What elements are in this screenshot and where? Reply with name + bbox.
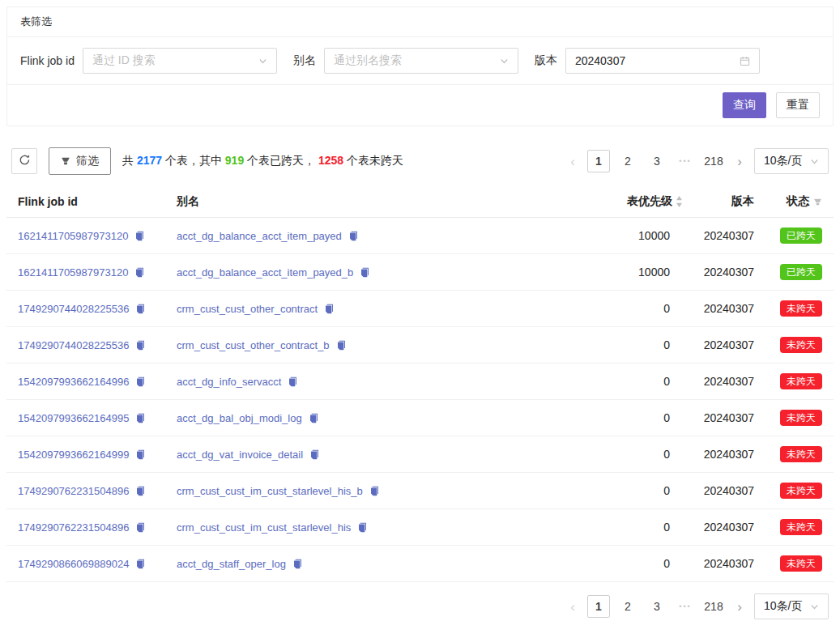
version-value: 20240307 xyxy=(689,448,759,461)
flink-job-id-link[interactable]: 1749290744028225536 xyxy=(18,303,129,315)
copy-icon[interactable] xyxy=(369,486,380,496)
copy-icon[interactable] xyxy=(134,267,145,278)
alias-cell: acct_dg_balance_acct_item_payed_b xyxy=(165,266,568,279)
table-row: 1749290744028225536 crm_cust_cust_other_… xyxy=(6,327,834,364)
version-value: 20240307 xyxy=(689,302,759,315)
alias-link[interactable]: acct_dg_vat_invoice_detail xyxy=(177,449,303,461)
sort-icon[interactable] xyxy=(676,196,683,207)
flink-job-id-link[interactable]: 1542097993662164995 xyxy=(18,412,129,424)
funnel-icon xyxy=(61,156,70,166)
status-badge: 未跨天 xyxy=(780,555,822,572)
page-button-1[interactable]: 1 xyxy=(587,150,610,172)
column-header-status[interactable]: 状态 xyxy=(759,194,834,209)
pagination-ellipsis[interactable]: ••• xyxy=(675,157,696,165)
alias-link[interactable]: crm_cust_cust_im_cust_starlevel_his xyxy=(177,521,351,534)
page-size-select[interactable]: 10条/页 xyxy=(754,148,829,174)
prev-page-button[interactable]: ‹ xyxy=(565,150,581,172)
status-cell: 未跨天 xyxy=(759,519,834,535)
flink-job-id-link[interactable]: 1749290866069889024 xyxy=(18,558,129,570)
page-button-last[interactable]: 218 xyxy=(702,150,725,172)
alias-link[interactable]: crm_cust_cust_im_cust_starlevel_his_b xyxy=(177,485,363,497)
page-button-3[interactable]: 3 xyxy=(646,595,668,618)
copy-icon[interactable] xyxy=(135,522,146,533)
copy-icon[interactable] xyxy=(135,559,146,569)
flink-job-id-link[interactable]: 1621411705987973120 xyxy=(18,230,128,242)
next-page-button[interactable]: › xyxy=(731,150,748,172)
flink-job-id-label: Flink job id xyxy=(20,54,75,67)
flink-job-id-link[interactable]: 1749290762231504896 xyxy=(18,485,129,497)
next-page-button[interactable]: › xyxy=(731,595,748,618)
flink-job-id-cell: 1542097993662164995 xyxy=(6,412,165,424)
alias-link[interactable]: acct_dg_balance_acct_item_payed_b xyxy=(177,266,353,279)
alias-link[interactable]: crm_cust_cust_other_contract_b xyxy=(177,339,330,351)
copy-icon[interactable] xyxy=(309,449,320,460)
copy-icon[interactable] xyxy=(135,340,146,351)
status-cell: 未跨天 xyxy=(759,410,834,426)
filter-button[interactable]: 筛选 xyxy=(49,147,111,175)
column-header-flink-job-id[interactable]: Flink job id xyxy=(6,195,165,208)
table-summary: 共 2177 个表，其中 919 个表已跨天， 1258 个表未跨天 xyxy=(122,154,403,168)
copy-icon[interactable] xyxy=(348,231,359,241)
status-badge: 未跨天 xyxy=(780,300,822,317)
copy-icon[interactable] xyxy=(135,376,146,387)
table-row: 1749290866069889024 acct_dg_staff_oper_l… xyxy=(6,546,834,582)
flink-job-id-link[interactable]: 1542097993662164999 xyxy=(18,449,129,461)
page-button-2[interactable]: 2 xyxy=(616,150,639,172)
alias-cell: crm_cust_cust_im_cust_starlevel_his_b xyxy=(165,485,568,497)
status-badge: 未跨天 xyxy=(780,446,822,462)
alias-link[interactable]: acct_dg_info_servacct xyxy=(177,376,281,388)
column-filter-icon[interactable] xyxy=(813,198,822,206)
column-header-alias[interactable]: 别名 xyxy=(165,194,568,209)
reset-button[interactable]: 重置 xyxy=(776,92,820,118)
copy-icon[interactable] xyxy=(288,376,298,387)
alias-link[interactable]: crm_cust_cust_other_contract xyxy=(177,303,318,315)
version-date-input[interactable]: 20240307 xyxy=(565,48,760,74)
summary-suffix: 个表未跨天 xyxy=(347,154,403,167)
copy-icon[interactable] xyxy=(309,413,319,423)
copy-icon[interactable] xyxy=(135,413,146,423)
table-row: 1542097993662164999 acct_dg_vat_invoice_… xyxy=(6,436,834,473)
page-button-3[interactable]: 3 xyxy=(646,150,668,172)
summary-mid1: 个表，其中 xyxy=(165,154,225,167)
summary-mid2: 个表已跨天， xyxy=(247,154,318,167)
page-size-value: 10条/页 xyxy=(764,154,802,168)
priority-value: 0 xyxy=(568,448,689,461)
page-button-last[interactable]: 218 xyxy=(702,595,725,618)
pagination-ellipsis[interactable]: ••• xyxy=(675,602,696,610)
refresh-button[interactable] xyxy=(11,148,37,174)
filter-actions-row: 查询 重置 xyxy=(7,85,833,125)
page-button-1[interactable]: 1 xyxy=(587,595,610,618)
alias-link[interactable]: acct_dg_staff_oper_log xyxy=(177,558,286,570)
alias-select[interactable]: 通过别名搜索 xyxy=(324,48,518,74)
table-row: 1542097993662164996 acct_dg_info_servacc… xyxy=(6,364,834,400)
copy-icon[interactable] xyxy=(357,522,368,533)
table-row: 1749290744028225536 crm_cust_cust_other_… xyxy=(6,291,834,327)
alias-cell: acct_dg_balance_acct_item_payed xyxy=(165,230,568,242)
page-button-2[interactable]: 2 xyxy=(616,595,639,618)
status-badge: 未跨天 xyxy=(780,483,822,499)
flink-job-id-select[interactable]: 通过 ID 搜索 xyxy=(83,48,277,74)
copy-icon[interactable] xyxy=(292,559,303,569)
filter-panel-header: 表筛选 xyxy=(7,7,833,37)
status-badge: 已跨天 xyxy=(780,228,822,244)
prev-page-button[interactable]: ‹ xyxy=(565,595,581,618)
flink-job-id-link[interactable]: 1621411705987973120 xyxy=(18,266,128,279)
copy-icon[interactable] xyxy=(135,304,146,314)
query-button[interactable]: 查询 xyxy=(723,92,766,118)
copy-icon[interactable] xyxy=(135,486,146,496)
alias-link[interactable]: acct_dg_balance_acct_item_payed xyxy=(177,230,342,242)
status-cell: 未跨天 xyxy=(759,483,834,499)
copy-icon[interactable] xyxy=(336,340,347,351)
flink-job-id-link[interactable]: 1749290744028225536 xyxy=(18,339,129,351)
version-label: 版本 xyxy=(535,53,557,68)
flink-job-id-link[interactable]: 1749290762231504896 xyxy=(18,521,129,534)
page-size-select[interactable]: 10条/页 xyxy=(754,593,829,619)
alias-link[interactable]: acct_dg_bal_obj_modi_log xyxy=(177,412,302,424)
copy-icon[interactable] xyxy=(134,231,145,241)
copy-icon[interactable] xyxy=(135,449,146,460)
column-header-priority[interactable]: 表优先级 xyxy=(568,194,689,209)
flink-job-id-link[interactable]: 1542097993662164996 xyxy=(18,376,129,388)
pagination-top: ‹ 1 2 3 ••• 218 › 10条/页 xyxy=(565,148,829,174)
copy-icon[interactable] xyxy=(360,267,370,278)
copy-icon[interactable] xyxy=(324,304,335,314)
